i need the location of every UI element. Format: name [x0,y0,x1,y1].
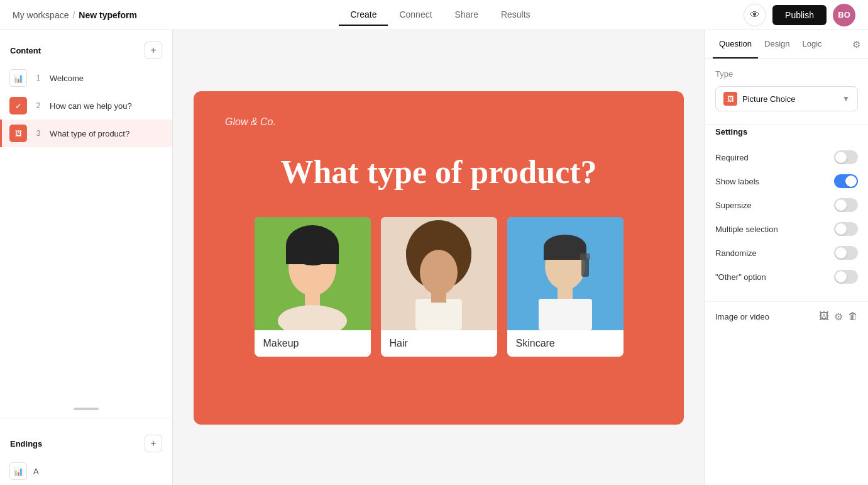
tab-create[interactable]: Create [339,4,388,26]
toggle-knob-randomize [835,247,847,259]
panel-tab-logic[interactable]: Logic [796,30,828,59]
panel-settings-icon[interactable]: ⚙ [852,39,860,50]
image-delete-icon[interactable]: 🗑 [848,311,858,323]
settings-title: Settings [715,127,858,137]
image-edit-icon[interactable]: ⚙ [834,311,843,323]
setting-label-show-labels: Show labels [715,177,759,186]
setting-randomize: Randomize [715,241,858,265]
toggle-other-option[interactable] [834,270,858,284]
publish-button[interactable]: Publish [772,5,827,25]
toggle-knob-other-option [835,271,847,282]
setting-label-supersize: Supersize [715,201,752,210]
sidebar-item-ending[interactable]: 📊 A [0,457,172,485]
choice-card-makeup[interactable]: Makeup [255,217,371,357]
nav-tabs: Create Connect Share Results [339,4,541,26]
svg-rect-23 [580,254,590,260]
sidebar: Content + 📊 1 Welcome ✓ 2 How can we hel… [0,30,173,485]
form-question: What type of product? [225,153,652,192]
setting-label-other-option: "Other" option [715,272,766,282]
choice-card-hair[interactable]: Hair [381,217,497,357]
setting-label-multiple-selection: Multiple selection [715,225,778,234]
check-icon: ✓ [15,101,22,111]
toggle-multiple-selection[interactable] [834,222,858,236]
svg-rect-15 [431,291,446,303]
sidebar-icon-picture: 🖼 [9,125,27,142]
item-label-1: Welcome [50,74,84,83]
preview-button[interactable]: 👁 [744,4,766,26]
bottom-divider [705,301,868,302]
scroll-indicator [0,405,172,413]
content-section-header: Content + [0,30,172,64]
setting-other-option: "Other" option [715,265,858,289]
sidebar-item-2[interactable]: ✓ 2 How can we help you? [0,92,172,120]
endings-section-header: Endings + [0,423,172,457]
toggle-supersize[interactable] [834,198,858,212]
image-add-icon[interactable]: 🖼 [819,311,829,323]
choice-label-skincare: Skincare [507,330,624,357]
panel-tabs: Question Design Logic ⚙ [705,30,868,59]
svg-point-13 [420,250,458,295]
type-dropdown[interactable]: 🖼 Picture Choice ▼ [715,86,858,111]
section-divider [705,124,868,125]
toggle-knob-multiple-selection [835,223,847,235]
choice-image-makeup [255,217,371,330]
ending-item-label: A [33,467,39,476]
setting-supersize: Supersize [715,193,858,217]
choice-label-makeup: Makeup [255,330,371,357]
svg-rect-22 [581,258,589,277]
toggle-knob-required [835,152,847,163]
svg-point-12 [427,223,450,246]
choice-label-hair: Hair [381,330,497,357]
item-number-1: 1 [33,74,43,82]
image-video-row: Image or video 🖼 ⚙ 🗑 [705,304,868,329]
item-number-3: 3 [33,129,43,138]
scroll-bar [74,408,99,410]
type-section-title: Type [715,69,858,79]
choice-image-skincare [507,217,624,330]
sidebar-item-3[interactable]: 🖼 3 What type of product? [0,120,172,147]
sidebar-item-1[interactable]: 📊 1 Welcome [0,64,172,92]
sidebar-icon-ending: 📊 [9,462,27,480]
panel-tab-design[interactable]: Design [758,30,796,59]
type-label: Picture Choice [742,94,837,104]
svg-rect-21 [539,299,592,330]
choice-card-skincare[interactable]: Skincare [507,217,624,357]
workspace-link[interactable]: My workspace [13,10,69,20]
bar-chart-icon: 📊 [13,74,23,83]
svg-rect-19 [544,247,586,260]
nav-right: 👁 Publish BO [744,4,855,26]
type-section: Type 🖼 Picture Choice ▼ [705,59,868,121]
tab-connect[interactable]: Connect [388,4,443,26]
toggle-randomize[interactable] [834,246,858,260]
sidebar-divider [0,418,172,418]
panel-tab-question[interactable]: Question [713,30,758,59]
ending-icon: 📊 [13,467,23,476]
nav-left: My workspace / New typeform [13,10,137,20]
add-content-button[interactable]: + [145,42,162,59]
content-title: Content [10,46,41,55]
add-ending-button[interactable]: + [145,435,162,452]
top-nav: My workspace / New typeform Create Conne… [0,0,868,30]
endings-title: Endings [10,439,42,449]
picture-icon: 🖼 [727,95,734,103]
toggle-required[interactable] [834,150,858,164]
avatar[interactable]: BO [833,4,855,26]
type-icon: 🖼 [723,92,737,106]
main-layout: Content + 📊 1 Welcome ✓ 2 How can we hel… [0,30,868,485]
form-title: New typeform [79,10,137,20]
svg-rect-3 [286,245,339,264]
tab-share[interactable]: Share [444,4,490,26]
setting-multiple-selection: Multiple selection [715,217,858,241]
tab-results[interactable]: Results [490,4,542,26]
setting-show-labels: Show labels [715,169,858,193]
form-preview: Glow & Co. What type of product? [194,91,684,425]
setting-label-required: Required [715,153,749,162]
setting-label-randomize: Randomize [715,248,757,258]
hair-person-svg [381,217,497,330]
image-video-label: Image or video [715,312,769,321]
choices-grid: Makeup [225,217,652,357]
item-label-2: How can we help you? [50,101,132,111]
toggle-show-labels[interactable] [834,174,858,188]
choice-image-hair [381,217,497,330]
svg-rect-14 [415,299,462,330]
